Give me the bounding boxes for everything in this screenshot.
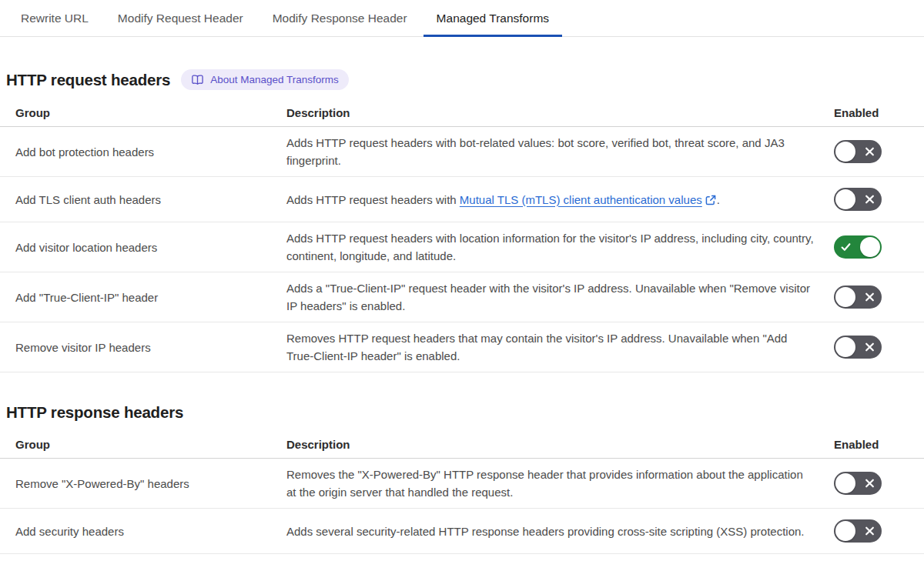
managed-transforms-panel: HTTP request headers About Managed Trans… — [0, 69, 924, 554]
column-header-description: Description — [271, 96, 834, 126]
toggle-knob — [835, 521, 855, 541]
table-row: Add TLS client auth headers Adds HTTP re… — [0, 177, 924, 222]
tab-label: Modify Request Header — [118, 12, 243, 25]
tab-managed-transforms[interactable]: Managed Transforms — [424, 0, 562, 36]
badge-label: About Managed Transforms — [210, 75, 339, 85]
enabled-toggle[interactable] — [834, 336, 882, 359]
table-row: Add "True-Client-IP" header Adds a "True… — [0, 272, 924, 322]
x-icon — [865, 195, 875, 205]
toggle-knob — [835, 473, 855, 493]
toggle-knob — [835, 337, 855, 357]
toggle-knob — [835, 287, 855, 307]
group-description: Removes HTTP request headers that may co… — [271, 322, 834, 372]
column-header-enabled: Enabled — [834, 96, 882, 126]
enabled-cell — [834, 336, 882, 359]
table-row: Remove visitor IP headers Removes HTTP r… — [0, 322, 924, 372]
description-link[interactable]: Mutual TLS (mTLS) client authentication … — [460, 193, 702, 206]
column-header-group: Group — [0, 96, 271, 126]
group-name: Add visitor location headers — [0, 241, 271, 254]
column-header-description: Description — [271, 428, 834, 458]
enabled-cell — [834, 519, 882, 543]
column-header-enabled: Enabled — [834, 428, 882, 458]
group-description: Removes the "X-Powered-By" HTTP response… — [271, 459, 834, 508]
request-section-title: HTTP request headers — [6, 71, 170, 89]
tab-bar: Rewrite URL Modify Request Header Modify… — [0, 0, 924, 37]
enabled-toggle[interactable] — [834, 140, 882, 163]
tab-modify-response-header[interactable]: Modify Response Header — [259, 0, 420, 36]
enabled-toggle[interactable] — [834, 235, 882, 259]
enabled-cell — [834, 286, 882, 309]
x-icon — [865, 147, 875, 157]
table-row: Add security headers Adds several securi… — [0, 509, 924, 554]
tab-label: Modify Response Header — [273, 12, 407, 25]
enabled-cell — [834, 188, 882, 211]
enabled-cell — [834, 472, 882, 495]
table-row: Add visitor location headers Adds HTTP r… — [0, 222, 924, 272]
enabled-cell — [834, 235, 882, 259]
group-name: Add bot protection headers — [0, 145, 271, 159]
group-name: Remove "X-Powered-By" headers — [0, 477, 271, 490]
x-icon — [865, 342, 875, 352]
about-managed-transforms-link[interactable]: About Managed Transforms — [181, 69, 349, 90]
request-headers-table: Add bot protection headers Adds HTTP req… — [0, 127, 924, 372]
group-description: Adds a "True-Client-IP" request header w… — [271, 272, 834, 322]
group-name: Add security headers — [0, 525, 271, 538]
toggle-knob — [835, 142, 855, 162]
tab-label: Managed Transforms — [437, 12, 549, 25]
book-icon — [191, 74, 204, 85]
enabled-toggle[interactable] — [834, 188, 882, 211]
group-name: Add TLS client auth headers — [0, 193, 271, 206]
response-headers-table: Remove "X-Powered-By" headers Removes th… — [0, 459, 924, 554]
column-header-group: Group — [0, 428, 271, 458]
x-icon — [865, 526, 875, 536]
table-row: Remove "X-Powered-By" headers Removes th… — [0, 459, 924, 509]
request-table-header: Group Description Enabled — [0, 96, 924, 127]
group-description: Adds HTTP request headers with Mutual TL… — [271, 184, 834, 215]
response-headers-section: HTTP response headers Group Description … — [0, 403, 924, 554]
group-description: Adds HTTP request headers with bot-relat… — [271, 127, 834, 176]
enabled-toggle[interactable] — [834, 472, 882, 495]
enabled-toggle[interactable] — [834, 286, 882, 309]
table-row: Add bot protection headers Adds HTTP req… — [0, 127, 924, 177]
group-description: Adds HTTP request headers with location … — [271, 222, 834, 272]
response-section-title: HTTP response headers — [6, 403, 183, 422]
enabled-toggle[interactable] — [834, 519, 882, 543]
x-icon — [865, 292, 875, 302]
x-icon — [865, 479, 875, 489]
external-link-icon — [705, 195, 716, 205]
tab-label: Rewrite URL — [21, 12, 89, 25]
group-name: Remove visitor IP headers — [0, 341, 271, 354]
request-headers-section: HTTP request headers About Managed Trans… — [0, 69, 924, 372]
group-description: Adds several security-related HTTP respo… — [271, 516, 834, 547]
response-table-header: Group Description Enabled — [0, 428, 924, 459]
toggle-knob — [835, 189, 855, 209]
check-icon — [841, 242, 851, 252]
enabled-cell — [834, 140, 882, 163]
tab-modify-request-header[interactable]: Modify Request Header — [105, 0, 256, 36]
group-name: Add "True-Client-IP" header — [0, 291, 271, 304]
tab-rewrite-url[interactable]: Rewrite URL — [8, 0, 102, 36]
toggle-knob — [860, 237, 880, 257]
